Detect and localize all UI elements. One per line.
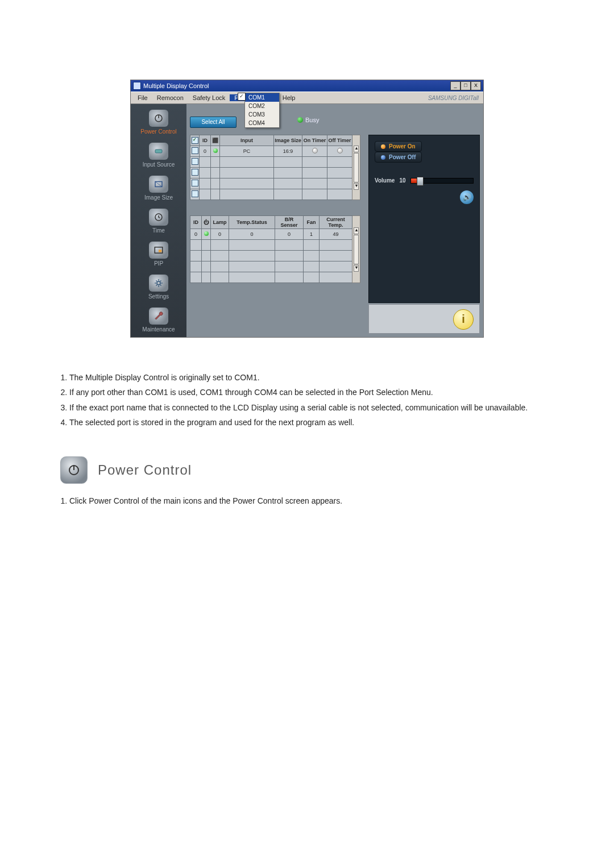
port-option-com3[interactable]: COM3 xyxy=(245,110,279,119)
table-row xyxy=(190,178,360,189)
list-item: If any port other than COM1 is used, COM… xyxy=(69,387,551,398)
port-option-com2[interactable]: COM2 xyxy=(245,102,279,110)
header-temp-status: Temp.Status xyxy=(229,216,275,229)
cell-id: 0 xyxy=(200,146,211,157)
main-panel: ✓ COM1 COM2 COM3 COM4 Select All Busy xyxy=(186,104,483,337)
power-on-label: Power On xyxy=(389,143,416,149)
sidebar-item-settings[interactable]: Settings xyxy=(131,272,186,305)
sidebar-label: Input Source xyxy=(143,161,175,168)
cell-image-size: 16:9 xyxy=(274,146,302,157)
header-id: ID xyxy=(190,216,202,229)
table-row xyxy=(190,157,360,168)
display-table: ID ⬛ Input Image Size On Timer Off Timer… xyxy=(190,135,360,200)
cell-id: 0 xyxy=(190,229,202,240)
svg-rect-6 xyxy=(159,250,161,252)
cell-lamp: 0 xyxy=(211,229,229,240)
select-all-button[interactable]: Select All xyxy=(190,117,237,128)
port-option-com4[interactable]: COM4 xyxy=(245,119,279,127)
sidebar-label: Maintenance xyxy=(142,326,175,333)
menu-help[interactable]: Help xyxy=(278,94,300,101)
menubar: File Remocon Safety Lock Port Selection … xyxy=(131,92,483,104)
vscroll[interactable]: ▴▾ xyxy=(352,135,360,200)
steps-list: Click Power Control of the main icons an… xyxy=(57,495,551,506)
app-window: Multiple Display Control _ □ X File Remo… xyxy=(130,80,484,338)
sidebar-item-maintenance[interactable]: Maintenance xyxy=(131,305,186,338)
cell-br: 0 xyxy=(275,229,304,240)
sidebar-label: Image Size xyxy=(144,194,173,201)
menu-remocon[interactable]: Remocon xyxy=(152,94,188,101)
menu-safety-lock[interactable]: Safety Lock xyxy=(188,94,230,101)
port-option-com1[interactable]: COM1 xyxy=(245,93,279,102)
power-control-icon xyxy=(60,456,88,484)
port-selection-dropdown[interactable]: COM1 COM2 COM3 COM4 xyxy=(244,93,280,128)
list-item: The selected port is stored in the progr… xyxy=(69,417,551,428)
table-row[interactable]: 0 PC 16:9 xyxy=(190,146,360,157)
svg-rect-2 xyxy=(155,149,162,153)
busy-status: Busy xyxy=(297,117,319,123)
header-power-icon: ⏻ xyxy=(202,216,211,229)
input-source-icon xyxy=(149,143,168,160)
titlebar: Multiple Display Control _ □ X xyxy=(131,80,483,92)
image-size-icon xyxy=(149,176,168,193)
close-button[interactable]: X xyxy=(471,81,481,90)
svg-point-7 xyxy=(157,281,160,285)
sidebar: Power Control Input Source Image Size xyxy=(131,104,186,337)
speaker-icon[interactable]: 🔊 xyxy=(460,190,474,204)
header-input: Input xyxy=(220,135,274,146)
power-icon xyxy=(149,110,168,127)
power-off-button[interactable]: Power Off xyxy=(375,152,422,163)
busy-led-icon xyxy=(297,117,303,123)
list-item: If the exact port name that is connected… xyxy=(69,402,551,413)
list-item: The Multiple Display Control is original… xyxy=(69,372,551,383)
sidebar-item-power-control[interactable]: Power Control xyxy=(131,107,186,140)
volume-label: Volume xyxy=(375,177,395,184)
section-header: Power Control xyxy=(60,456,557,484)
power-off-label: Power Off xyxy=(389,154,416,160)
vscroll[interactable]: ▴▾ xyxy=(352,216,360,283)
sidebar-item-image-size[interactable]: Image Size xyxy=(131,173,186,206)
header-lamp: Lamp xyxy=(211,216,229,229)
sidebar-item-time[interactable]: Time xyxy=(131,206,186,239)
pip-icon xyxy=(149,242,168,259)
header-off-timer: Off Timer xyxy=(327,135,352,146)
header-select[interactable] xyxy=(190,135,200,146)
header-image-size: Image Size xyxy=(274,135,302,146)
menu-file[interactable]: File xyxy=(133,94,152,101)
info-icon: i xyxy=(453,309,474,330)
table-row xyxy=(190,261,360,272)
row-checkbox[interactable] xyxy=(192,147,198,154)
header-id: ID xyxy=(200,135,211,146)
cell-fan: 1 xyxy=(304,229,320,240)
control-panel: Power On Power Off Volume 10 🔊 xyxy=(368,135,480,303)
table-row[interactable]: 0 0 0 0 1 49 xyxy=(190,229,360,240)
table-header-row: ID ⏻ Lamp Temp.Status B/R Senser Fan Cur… xyxy=(190,216,360,229)
volume-value: 10 xyxy=(399,177,405,184)
header-on-timer: On Timer xyxy=(302,135,327,146)
maintenance-table: ID ⏻ Lamp Temp.Status B/R Senser Fan Cur… xyxy=(190,215,360,283)
sidebar-label: PIP xyxy=(154,260,163,267)
sidebar-label: Time xyxy=(152,227,165,234)
info-panel: i xyxy=(368,304,480,334)
volume-slider[interactable] xyxy=(410,178,474,184)
on-timer-led-icon xyxy=(312,148,318,153)
power-on-led-icon xyxy=(381,144,385,149)
sidebar-item-pip[interactable]: PIP xyxy=(131,239,186,272)
power-off-led-icon xyxy=(381,155,385,160)
table-row xyxy=(190,189,360,200)
table-row xyxy=(190,251,360,261)
app-title: Multiple Display Control xyxy=(143,82,209,89)
maximize-button[interactable]: □ xyxy=(460,81,471,90)
time-icon xyxy=(149,209,168,226)
table-row xyxy=(190,240,360,251)
brand-label: SAMSUNG DIGITall xyxy=(428,95,483,101)
section-title: Power Control xyxy=(98,462,192,478)
power-on-button[interactable]: Power On xyxy=(375,141,422,152)
sidebar-item-input-source[interactable]: Input Source xyxy=(131,140,186,173)
cell-input: PC xyxy=(220,146,274,157)
table-row xyxy=(190,272,360,283)
off-timer-led-icon xyxy=(337,148,343,153)
port-check-icon: ✓ xyxy=(238,93,246,101)
app-icon xyxy=(133,82,141,90)
header-fan: Fan xyxy=(304,216,320,229)
minimize-button[interactable]: _ xyxy=(450,81,460,90)
